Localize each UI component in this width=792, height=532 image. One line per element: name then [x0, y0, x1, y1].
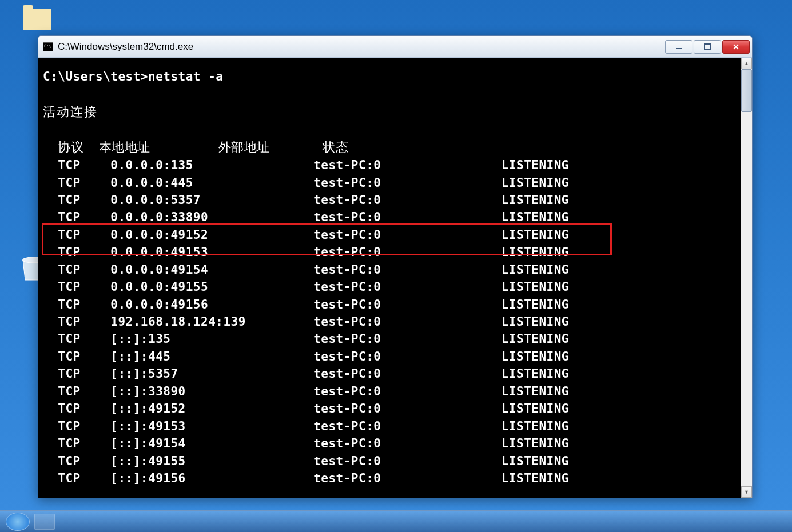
scroll-up-button[interactable]: ▲ [741, 58, 752, 69]
taskbar-item[interactable] [34, 514, 55, 530]
svg-rect-1 [676, 48, 682, 49]
cmd-icon [43, 42, 53, 51]
terminal-area: C:\Users\test>netstat -a 活动连接 协议 本地地址 外部… [38, 58, 752, 498]
title-bar[interactable]: C:\Windows\system32\cmd.exe [38, 36, 752, 58]
window-title: C:\Windows\system32\cmd.exe [58, 41, 665, 53]
taskbar[interactable] [0, 510, 792, 532]
close-button[interactable] [722, 40, 750, 54]
window-controls [665, 40, 750, 54]
terminal-output[interactable]: C:\Users\test>netstat -a 活动连接 协议 本地地址 外部… [38, 58, 741, 498]
scrollbar[interactable]: ▲ ▼ [741, 58, 752, 498]
scroll-thumb[interactable] [741, 69, 752, 112]
maximize-button[interactable] [694, 40, 721, 54]
cmd-window: C:\Windows\system32\cmd.exe C:\Users\tes… [38, 35, 753, 498]
start-button[interactable] [6, 513, 30, 531]
svg-rect-2 [705, 44, 710, 50]
desktop-folder-icon[interactable] [23, 9, 51, 30]
scroll-down-button[interactable]: ▼ [741, 486, 752, 498]
minimize-button[interactable] [665, 40, 692, 54]
